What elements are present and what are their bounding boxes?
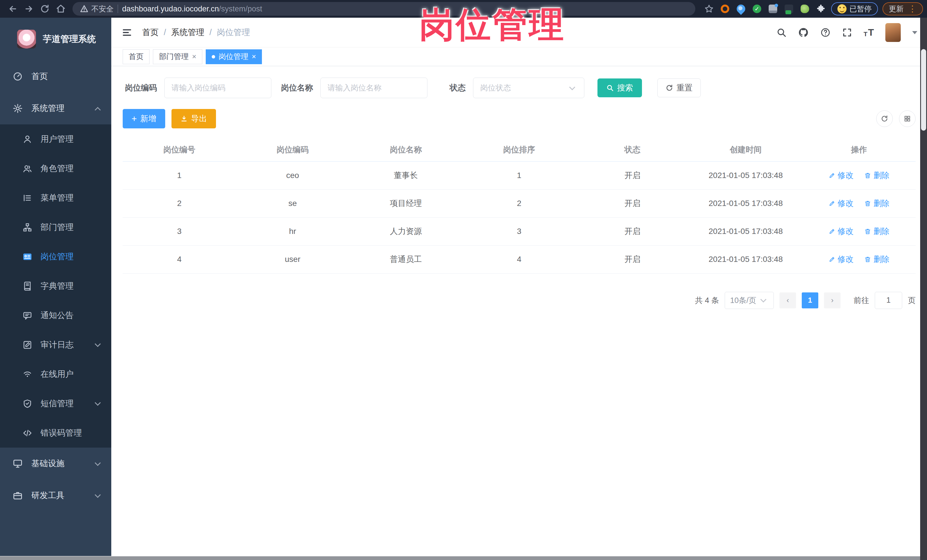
kebab-menu-icon[interactable]: ⋮ (908, 5, 917, 13)
tab-posts[interactable]: 岗位管理× (206, 49, 262, 64)
warning-triangle-icon (80, 5, 88, 13)
extension-check-icon[interactable]: ✓ (751, 3, 763, 15)
sidebar-item-devtools[interactable]: 研发工具 (0, 480, 111, 511)
fullscreen-icon[interactable] (842, 27, 852, 38)
extension-pin-icon[interactable] (735, 3, 747, 15)
avatar-caret-icon[interactable] (912, 31, 917, 37)
search-form: 岗位编码 请输入岗位编码 岗位名称 请输入岗位名称 状态 岗位状态 搜索 重置 (123, 77, 916, 98)
search-icon[interactable] (777, 27, 787, 38)
sidebar-item-users[interactable]: 用户管理 (0, 124, 111, 154)
scrollbar-thumb[interactable] (921, 49, 926, 131)
column-settings-button[interactable] (899, 111, 916, 127)
app-logo-row[interactable]: 芋道管理系统 (0, 18, 111, 61)
sidebar-item-roles[interactable]: 角色管理 (0, 154, 111, 183)
edit-pencil-icon (828, 256, 836, 263)
edit-link[interactable]: 修改 (828, 254, 854, 265)
bookmark-star-icon[interactable] (703, 3, 715, 15)
plus-icon: + (132, 114, 137, 123)
audit-log-icon (22, 340, 33, 350)
edit-link[interactable]: 修改 (828, 170, 854, 181)
postcard-icon (22, 252, 33, 262)
paused-label: 已暂停 (849, 4, 872, 14)
grid-icon (904, 115, 911, 122)
home-icon[interactable] (54, 2, 67, 15)
delete-link[interactable]: 删除 (864, 198, 889, 209)
table-row: 2 se 项目经理 2 开启 2021-01-05 17:03:48 修改 删除 (123, 190, 916, 217)
breadcrumb: 首页 / 系统管理 / 岗位管理 (142, 27, 777, 38)
pagination: 共 4 条 10条/页 ‹ 1 › 前往 页 (123, 292, 916, 309)
org-tree-icon (22, 223, 33, 232)
add-button[interactable]: +新增 (123, 109, 165, 128)
extension-gray-icon[interactable] (767, 3, 779, 15)
extension-orange-icon[interactable] (719, 3, 731, 15)
prev-page-button[interactable]: ‹ (780, 292, 796, 308)
close-icon[interactable]: × (252, 52, 256, 61)
next-page-button[interactable]: › (824, 292, 840, 308)
forward-icon[interactable] (22, 2, 35, 15)
tab-home[interactable]: 首页 (123, 49, 149, 64)
chevron-down-icon (95, 492, 101, 498)
help-icon[interactable] (820, 27, 831, 38)
sidebar-item-infrastructure[interactable]: 基础设施 (0, 448, 111, 480)
sidebar-item-sms[interactable]: 短信管理 (0, 389, 111, 418)
delete-link[interactable]: 删除 (864, 226, 889, 237)
edit-link[interactable]: 修改 (828, 226, 854, 237)
reload-icon[interactable] (38, 2, 52, 15)
col-post-code: 岗位编码 (236, 138, 349, 161)
sidebar-item-dictionaries[interactable]: 字典管理 (0, 271, 111, 300)
page-1-button[interactable]: 1 (802, 292, 818, 308)
tab-departments[interactable]: 部门管理× (153, 49, 202, 64)
security-warning[interactable]: 不安全 (80, 4, 114, 14)
address-bar[interactable]: 不安全 dashboard.yudao.iocoder.cn/system/po… (73, 2, 695, 16)
col-post-id: 岗位编号 (123, 138, 236, 161)
app-title: 芋道管理系统 (43, 33, 96, 45)
update-label: 更新 (889, 4, 904, 14)
refresh-table-button[interactable] (876, 111, 893, 127)
devtools-icon (12, 490, 23, 501)
trash-icon (864, 172, 871, 179)
browser-scrollbar[interactable] (920, 18, 927, 560)
status-select[interactable]: 岗位状态 (473, 77, 584, 98)
browser-update-button[interactable]: 更新 ⋮ (883, 2, 923, 15)
goto-page-input[interactable] (875, 292, 902, 309)
page-size-select[interactable]: 10条/页 (725, 292, 774, 309)
user-avatar[interactable] (885, 23, 901, 42)
edit-link[interactable]: 修改 (828, 198, 854, 209)
paused-extension-badge[interactable]: 已暂停 (831, 2, 878, 15)
sidebar-item-audit-logs[interactable]: 审计日志 (0, 330, 111, 360)
page-unit-label: 页 (908, 295, 916, 305)
delete-link[interactable]: 删除 (864, 254, 889, 265)
sidebar-item-departments[interactable]: 部门管理 (0, 212, 111, 242)
col-status: 状态 (576, 138, 689, 161)
reset-button[interactable]: 重置 (657, 79, 701, 97)
breadcrumb-system[interactable]: 系统管理 (171, 27, 204, 38)
sidebar-item-error-codes[interactable]: 错误码管理 (0, 418, 111, 448)
close-icon[interactable]: × (192, 52, 196, 61)
sidebar-item-menus[interactable]: 菜单管理 (0, 183, 111, 212)
total-count: 共 4 条 (695, 295, 719, 305)
sidebar-item-system[interactable]: 系统管理 (0, 93, 111, 124)
table-header-row: 岗位编号 岗位编码 岗位名称 岗位排序 状态 创建时间 操作 (123, 138, 916, 161)
post-name-input[interactable]: 请输入岗位名称 (321, 77, 427, 98)
infrastructure-icon (12, 458, 23, 469)
delete-link[interactable]: 删除 (864, 170, 889, 181)
gear-icon (12, 103, 23, 114)
font-size-icon[interactable]: TT (864, 27, 874, 38)
collapse-sidebar-icon[interactable] (122, 27, 132, 38)
breadcrumb-home[interactable]: 首页 (142, 27, 159, 38)
content-area: 岗位编码 请输入岗位编码 岗位名称 请输入岗位名称 状态 岗位状态 搜索 重置 (111, 66, 927, 556)
sidebar-item-posts[interactable]: 岗位管理 (0, 242, 111, 271)
back-icon[interactable] (6, 2, 20, 15)
extension-green-icon[interactable] (799, 3, 811, 15)
search-button[interactable]: 搜索 (597, 79, 642, 97)
sidebar-item-home[interactable]: 首页 (0, 61, 111, 93)
sidebar-item-notices[interactable]: 通知公告 (0, 300, 111, 330)
sidebar-item-online-users[interactable]: 在线用户 (0, 360, 111, 389)
emoji-face-icon (837, 4, 846, 14)
extensions-puzzle-icon[interactable] (815, 3, 827, 15)
post-code-input[interactable]: 请输入岗位编码 (164, 77, 271, 98)
extension-cn-icon[interactable] (783, 3, 795, 15)
goto-label: 前往 (854, 295, 869, 305)
github-icon[interactable] (798, 27, 809, 38)
export-button[interactable]: 导出 (172, 109, 216, 128)
